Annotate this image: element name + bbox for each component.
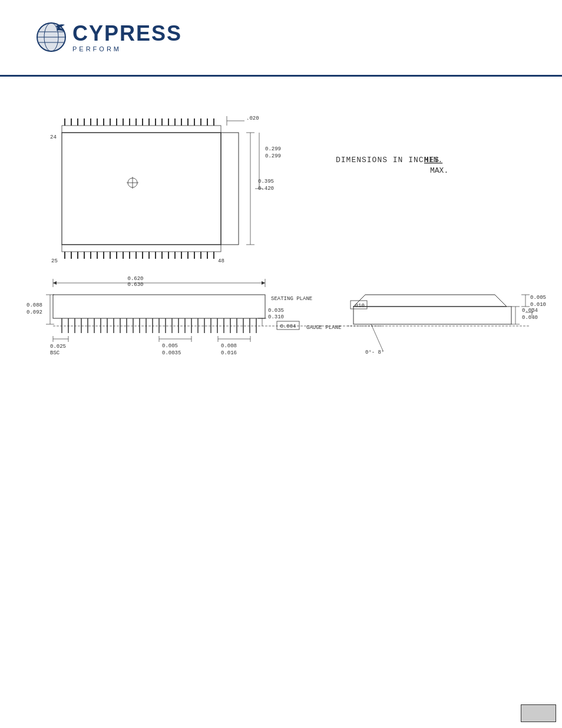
side-view-pins-left bbox=[62, 318, 256, 333]
gauge-plane-text: GAUGE PLANE bbox=[306, 325, 341, 331]
svg-marker-71 bbox=[53, 281, 57, 285]
technical-drawing: .020 24 bbox=[18, 91, 548, 386]
dim-0005-text: 0.005 bbox=[530, 295, 546, 301]
dim-005-text: 0.005 bbox=[162, 343, 178, 349]
dim-040-text: 0.040 bbox=[522, 315, 538, 321]
header: CYPRESS PERFORM bbox=[0, 0, 562, 77]
svg-rect-37 bbox=[221, 133, 239, 245]
min-label: MIN. bbox=[424, 156, 442, 164]
max-label: MAX. bbox=[430, 166, 448, 175]
svg-line-125 bbox=[371, 324, 383, 351]
logo-container: CYPRESS PERFORM bbox=[35, 21, 182, 54]
pin24-label: 24 bbox=[50, 134, 57, 140]
logo-perform-text: PERFORM bbox=[72, 45, 182, 52]
seating-plane-text: SEATING PLANE bbox=[271, 296, 312, 302]
dim-310-text: 0.310 bbox=[268, 314, 284, 320]
dim-016-text: 0.016 bbox=[221, 350, 237, 356]
svg-rect-38 bbox=[62, 245, 221, 252]
svg-rect-33 bbox=[62, 133, 221, 245]
dim-bsc-text: BSC bbox=[50, 350, 60, 356]
dim-0035-text: 0.0035 bbox=[162, 350, 181, 356]
dim-092-text: 0.092 bbox=[27, 309, 42, 315]
svg-marker-72 bbox=[262, 281, 265, 285]
logo-cypress-text: CYPRESS bbox=[72, 23, 182, 44]
dim-299-text: 0.299 bbox=[265, 146, 281, 152]
svg-rect-76 bbox=[53, 295, 265, 318]
bottom-pins bbox=[62, 245, 221, 259]
pin48-label: 48 bbox=[218, 258, 224, 264]
svg-marker-123 bbox=[353, 295, 507, 307]
pin25-label: 25 bbox=[51, 258, 58, 264]
footer-box bbox=[521, 704, 556, 722]
dim-620-text: 0.620 bbox=[127, 276, 143, 282]
dim-025-text: 0.025 bbox=[50, 344, 66, 350]
cypress-logo-icon bbox=[35, 21, 68, 54]
dim-299b-text: 0.299 bbox=[265, 153, 281, 159]
dim-395-text: 0.395 bbox=[258, 179, 274, 185]
dim-630-text: 0.630 bbox=[127, 282, 143, 288]
angle-text: 0°- 8° bbox=[365, 350, 384, 355]
dim-020-text: .020 bbox=[246, 116, 259, 121]
main-content: .020 24 bbox=[0, 85, 562, 728]
top-pins bbox=[62, 118, 221, 133]
dim-034-text: 0.034 bbox=[522, 308, 538, 314]
logo-text-container: CYPRESS PERFORM bbox=[72, 23, 182, 52]
svg-rect-8 bbox=[62, 126, 221, 133]
svg-rect-124 bbox=[353, 307, 511, 324]
dim-004-text: 0.004 bbox=[280, 324, 296, 330]
dim-0010-text: 0.010 bbox=[530, 302, 546, 308]
dim-035a-text: 0.035 bbox=[268, 308, 284, 314]
dim-008-text: 0.008 bbox=[221, 343, 237, 349]
dim-088-text: 0.088 bbox=[27, 302, 42, 308]
